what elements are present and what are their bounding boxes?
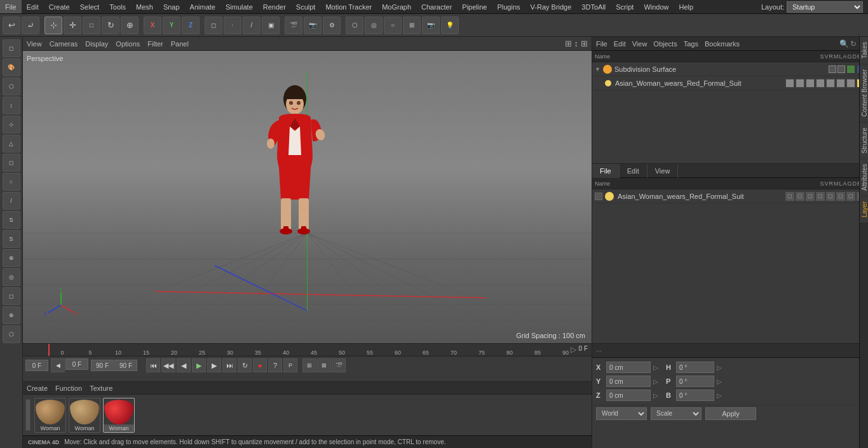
step-forward-button[interactable]: ▶ [207, 358, 221, 372]
subdivision-visibility-icon[interactable] [829, 65, 836, 73]
z-axis-button[interactable]: Z [182, 17, 200, 34]
attr-icon7[interactable]: ▢ [846, 192, 855, 201]
material-swatch-1[interactable]: Woman [69, 398, 100, 433]
record-auto-button[interactable]: P [283, 358, 297, 372]
sidebar-tool2-button[interactable]: △ [3, 135, 20, 153]
motion-clip2[interactable]: ⊠ [317, 358, 331, 372]
timeline-playhead[interactable] [48, 344, 50, 356]
menu-render[interactable]: Render [258, 0, 291, 13]
render-settings-button[interactable]: ⚙ [323, 17, 341, 34]
coord-h-input[interactable] [676, 362, 714, 373]
redo-button[interactable]: ⤾ [22, 17, 39, 34]
viewport-menu-view[interactable]: View [27, 40, 42, 48]
menu-script[interactable]: Script [611, 0, 639, 13]
attr-row-asian-woman[interactable]: Asian_Woman_wears_Red_Formal_Suit ▢ ▢ ▢ … [592, 189, 868, 203]
attr-icon3[interactable]: ▢ [806, 192, 815, 201]
sidebar-tool3-button[interactable]: ◻ [3, 154, 20, 172]
menu-tools[interactable]: Tools [104, 0, 131, 13]
attr-icon5[interactable]: ▢ [826, 192, 835, 201]
expand-arrow-subdivision[interactable]: ▼ [595, 66, 600, 72]
aw-icon2[interactable] [796, 79, 804, 88]
menu-snap[interactable]: Snap [158, 0, 185, 13]
om-menu-file[interactable]: File [596, 40, 607, 48]
camera-button[interactable]: 📷 [422, 17, 440, 34]
om-menu-view[interactable]: View [632, 40, 648, 48]
menu-sculpt[interactable]: Sculpt [291, 0, 321, 13]
frame-prev-button[interactable]: ◀ [51, 358, 65, 372]
sidebar-model-button[interactable]: ◻ [3, 39, 20, 57]
motion-clip3[interactable]: 🎬 [332, 358, 346, 372]
om-row-asian-woman[interactable]: Asian_Woman_wears_Red_Formal_Suit [592, 76, 868, 90]
menu-help[interactable]: Help [674, 0, 699, 13]
sidebar-paint-button[interactable]: 🎨 [3, 58, 20, 76]
viewport-shading3-button[interactable]: ○ [384, 17, 402, 34]
om-row-subdivision[interactable]: ▼ Subdivision Surface [592, 62, 868, 76]
om-search-icon[interactable]: 🔍 [839, 39, 849, 48]
material-swatch-2[interactable]: Woman [103, 398, 135, 433]
sidebar-tool1-button[interactable]: ⊹ [3, 116, 20, 133]
vtab-layer[interactable]: Layer [860, 196, 868, 222]
viewport-shading1-button[interactable]: ⬡ [346, 17, 363, 34]
apply-button[interactable]: Apply [705, 407, 756, 420]
current-frame-input[interactable] [25, 360, 48, 371]
end-frame-input[interactable] [114, 360, 137, 371]
sidebar-tool7-button[interactable]: S [3, 230, 20, 248]
viewport-menu-options[interactable]: Options [116, 40, 140, 48]
stop-button[interactable]: ? [268, 358, 282, 372]
tab-file[interactable]: File [592, 164, 620, 178]
vtab-structure[interactable]: Structure [860, 123, 868, 159]
poly-mode-button[interactable]: ▣ [262, 17, 280, 34]
om-refresh-icon[interactable]: ↻ [850, 39, 857, 48]
coord-b-input[interactable] [676, 390, 714, 401]
viewport-shading2-button[interactable]: ◎ [365, 17, 383, 34]
viewport-expand-icon[interactable]: ⊞ [565, 39, 572, 48]
vtab-takes[interactable]: Takes [860, 37, 868, 64]
sidebar-tool9-button[interactable]: ◎ [3, 268, 20, 286]
menu-vray[interactable]: V-Ray Bridge [526, 0, 577, 13]
sidebar-tool5-button[interactable]: / [3, 192, 20, 210]
attr-icon4[interactable]: ▢ [816, 192, 825, 201]
sidebar-tool4-button[interactable]: ○ [3, 173, 20, 191]
menu-file[interactable]: File [0, 0, 22, 13]
tab-edit[interactable]: Edit [620, 164, 648, 178]
viewport-arrow-icon[interactable]: ↕ [574, 39, 579, 48]
attr-checkbox[interactable] [595, 193, 602, 200]
layout-dropdown[interactable]: Startup [787, 1, 863, 13]
light-button[interactable]: 💡 [441, 17, 459, 34]
hud-button[interactable]: ⊞ [403, 17, 421, 34]
vtab-content-browser[interactable]: Content Browser [860, 64, 868, 121]
materials-scroll-handle[interactable] [25, 399, 31, 431]
materials-menu-function[interactable]: Function [55, 384, 82, 392]
sidebar-sculpt-button[interactable]: ⬡ [3, 78, 20, 95]
rotate-tool-button[interactable]: ↻ [102, 17, 119, 34]
transform-tool-button[interactable]: ⊕ [121, 17, 139, 34]
point-mode-button[interactable]: · [224, 17, 241, 34]
om-menu-bookmarks[interactable]: Bookmarks [705, 40, 740, 48]
viewport-menu-cameras[interactable]: Cameras [50, 40, 78, 48]
tab-view[interactable]: View [648, 164, 679, 178]
play-button[interactable]: ▶ [192, 358, 206, 372]
om-menu-edit[interactable]: Edit [614, 40, 626, 48]
world-dropdown[interactable]: World [596, 407, 647, 420]
scale-dropdown[interactable]: Scale [651, 407, 702, 420]
object-mode-button[interactable]: ◻ [205, 17, 222, 34]
aw-icon5[interactable] [826, 79, 835, 88]
materials-menu-texture[interactable]: Texture [90, 384, 112, 392]
y-axis-button[interactable]: Y [163, 17, 180, 34]
aw-icon4[interactable] [816, 79, 825, 88]
vtab-attributes[interactable]: Attributes [860, 159, 868, 196]
sidebar-tool10-button[interactable]: ◻ [3, 287, 20, 305]
attr-icon1[interactable]: ▢ [785, 192, 794, 201]
x-axis-button[interactable]: X [144, 17, 161, 34]
aw-icon3[interactable] [806, 79, 815, 88]
coord-p-input[interactable] [676, 376, 714, 387]
edge-mode-button[interactable]: / [243, 17, 261, 34]
goto-start-button[interactable]: ⏮ [146, 358, 160, 372]
menu-animate[interactable]: Animate [185, 0, 220, 13]
preview-end-frame-input[interactable] [91, 360, 114, 371]
sidebar-motion-button[interactable]: ↕ [3, 97, 20, 114]
coord-x-input[interactable] [606, 362, 651, 373]
move-tool-button[interactable]: ✛ [64, 17, 81, 34]
render-picture-button[interactable]: 📷 [304, 17, 322, 34]
aw-icon1[interactable] [785, 79, 794, 88]
